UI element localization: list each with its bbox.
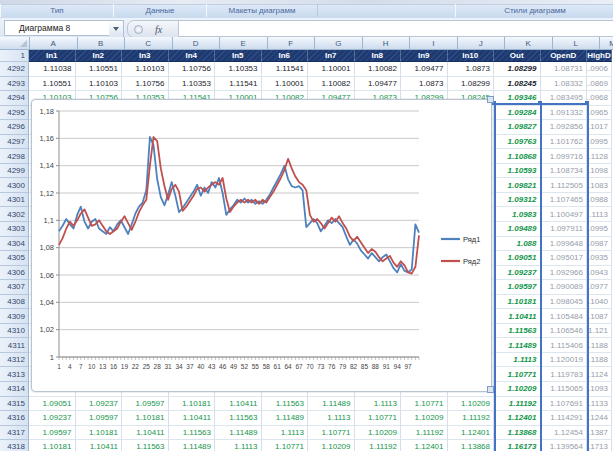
- name-box-dropdown-button[interactable]: [109, 20, 124, 38]
- cell[interactable]: 1.1188: [587, 338, 612, 353]
- cell[interactable]: 1.11563: [494, 324, 541, 339]
- cell[interactable]: 1.139564: [541, 440, 588, 451]
- cell[interactable]: 1.0983: [494, 207, 541, 222]
- cell[interactable]: 1.088: [494, 237, 541, 252]
- cell[interactable]: 1.09477: [401, 62, 448, 77]
- cell[interactable]: 1.11563: [169, 426, 216, 441]
- cell[interactable]: 1.0988: [587, 193, 612, 208]
- cell[interactable]: 1.1113: [494, 353, 541, 368]
- column-header-B[interactable]: B: [78, 37, 126, 50]
- column-header-I[interactable]: I: [410, 37, 458, 50]
- cell[interactable]: 1.10181: [122, 411, 169, 426]
- cell[interactable]: 1.10868: [494, 149, 541, 164]
- cell[interactable]: 1.11192: [355, 440, 402, 451]
- formula-input[interactable]: [178, 20, 613, 37]
- cell[interactable]: 1.10593: [494, 164, 541, 179]
- cell[interactable]: 1.115406: [541, 338, 588, 353]
- cell[interactable]: 1.10103: [122, 62, 169, 77]
- row-header[interactable]: 4314: [0, 382, 29, 397]
- cell[interactable]: 1.09597: [29, 426, 76, 441]
- cell[interactable]: 1.11563: [122, 440, 169, 451]
- cell[interactable]: In6: [262, 50, 309, 62]
- cell[interactable]: 1.0873: [448, 62, 495, 77]
- cell[interactable]: 1.11489: [262, 411, 309, 426]
- cell[interactable]: 1.1017: [587, 120, 612, 135]
- cell[interactable]: 1.1188: [587, 353, 612, 368]
- cell[interactable]: 1.10756: [169, 62, 216, 77]
- range-handle[interactable]: [538, 101, 542, 105]
- cell[interactable]: 1.098045: [541, 295, 588, 310]
- range-handle[interactable]: [585, 101, 589, 105]
- column-header-C[interactable]: C: [125, 37, 173, 50]
- cell[interactable]: 1.1128: [587, 149, 612, 164]
- column-header-G[interactable]: G: [315, 37, 363, 50]
- cell[interactable]: 1.1713: [587, 440, 612, 451]
- cell[interactable]: 1.09763: [494, 135, 541, 150]
- cell[interactable]: 1.11563: [262, 397, 309, 412]
- row-header[interactable]: 4307: [0, 280, 29, 295]
- cell[interactable]: 1.095017: [541, 251, 588, 266]
- cell[interactable]: 1.10209: [494, 382, 541, 397]
- cell[interactable]: 1.1133: [587, 397, 612, 412]
- cell[interactable]: 1.10082: [308, 77, 355, 92]
- column-header-D[interactable]: D: [173, 37, 221, 50]
- cell[interactable]: 1.107691: [541, 397, 588, 412]
- cell[interactable]: 1.10771: [308, 426, 355, 441]
- cell[interactable]: 1.10001: [308, 62, 355, 77]
- row-header[interactable]: 4316: [0, 411, 29, 426]
- ribbon-group-data[interactable]: Данные: [113, 4, 207, 17]
- cell[interactable]: 1.12401: [494, 411, 541, 426]
- cell[interactable]: 1.09284: [494, 106, 541, 121]
- cell[interactable]: 1.1244: [587, 411, 612, 426]
- cell[interactable]: In2: [76, 50, 123, 62]
- column-header-K[interactable]: K: [505, 37, 553, 50]
- cell[interactable]: 1.11541: [262, 62, 309, 77]
- name-box[interactable]: Диаграмма 8: [4, 20, 124, 36]
- cell[interactable]: 1.10353: [215, 62, 262, 77]
- cell[interactable]: 1.119783: [541, 367, 588, 382]
- cell[interactable]: 1.10082: [355, 62, 402, 77]
- cell[interactable]: 1.10103: [76, 77, 123, 92]
- row-header[interactable]: 4315: [0, 397, 29, 412]
- row-header[interactable]: 4318: [0, 440, 29, 451]
- row-header[interactable]: 4295: [0, 106, 29, 121]
- cell[interactable]: 1.09597: [122, 397, 169, 412]
- cell[interactable]: 1.09237: [76, 397, 123, 412]
- ribbon-group-chart-styles[interactable]: Стили диаграмм: [455, 4, 613, 17]
- cell[interactable]: 1.10181: [169, 397, 216, 412]
- cell[interactable]: In10: [448, 50, 495, 62]
- cell[interactable]: 1.09237: [494, 266, 541, 281]
- ribbon-group-chart-layouts[interactable]: Макеты диаграмм: [206, 4, 318, 17]
- cell[interactable]: 1.0995: [587, 222, 612, 237]
- cell[interactable]: 1.10209: [355, 426, 402, 441]
- row-header[interactable]: 4306: [0, 266, 29, 281]
- cell[interactable]: In5: [215, 50, 262, 62]
- cell[interactable]: 1.1113: [308, 411, 355, 426]
- cell[interactable]: 1.09597: [76, 411, 123, 426]
- cell[interactable]: 1.16173: [494, 440, 541, 451]
- cell[interactable]: 1.10209: [308, 440, 355, 451]
- ribbon-group-type[interactable]: Тип: [0, 4, 114, 17]
- cell[interactable]: 1.13868: [494, 426, 541, 441]
- column-header-H[interactable]: H: [363, 37, 411, 50]
- cell[interactable]: 1.0935: [587, 251, 612, 266]
- cell[interactable]: 1.08299: [448, 77, 495, 92]
- cell[interactable]: 1.106546: [541, 324, 588, 339]
- cell[interactable]: 1.092966: [541, 266, 588, 281]
- cell[interactable]: 1.121: [587, 324, 612, 339]
- cell[interactable]: 1.107465: [541, 193, 588, 208]
- cell[interactable]: 1.10411: [494, 309, 541, 324]
- cell[interactable]: 1.11541: [215, 77, 262, 92]
- cell[interactable]: 1.1087: [587, 309, 612, 324]
- row-header[interactable]: 4310: [0, 324, 29, 339]
- cell[interactable]: 1.1083: [587, 178, 612, 193]
- cell[interactable]: 1.114291: [541, 411, 588, 426]
- column-header-L[interactable]: L: [553, 37, 601, 50]
- cell[interactable]: 1.097911: [541, 222, 588, 237]
- cell[interactable]: 1.1387: [587, 426, 612, 441]
- cell[interactable]: Out: [494, 50, 541, 62]
- cell[interactable]: 1.10001: [262, 77, 309, 92]
- cell[interactable]: In8: [355, 50, 402, 62]
- cell[interactable]: 1.100497: [541, 207, 588, 222]
- row-header[interactable]: 4300: [0, 178, 29, 193]
